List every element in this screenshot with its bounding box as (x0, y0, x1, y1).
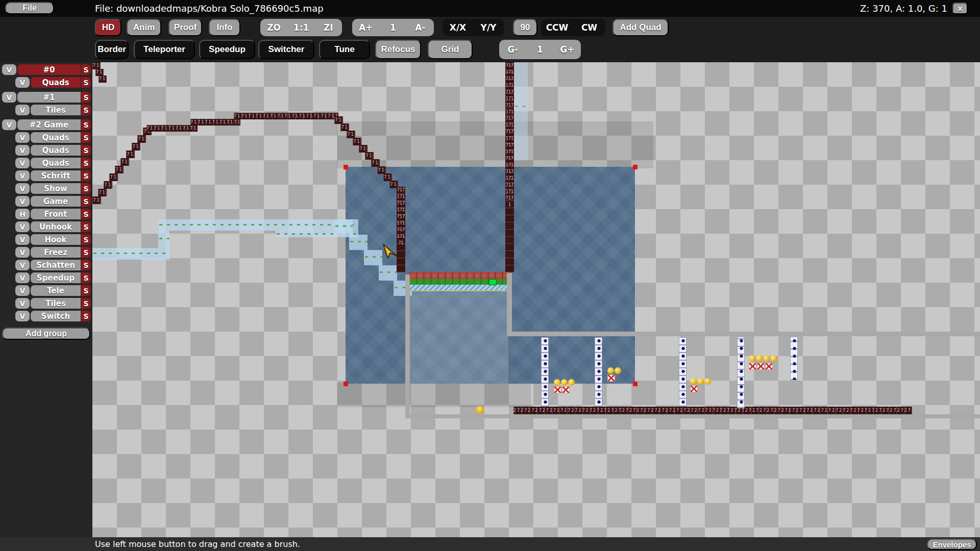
layer-label[interactable]: #2 Game (17, 119, 81, 130)
layer-label[interactable]: Show (31, 183, 81, 194)
visibility-toggle-button[interactable]: V (15, 247, 30, 258)
select-layer-button[interactable]: S (81, 221, 91, 232)
quad-corner-handle[interactable] (633, 382, 638, 386)
select-layer-button[interactable]: S (81, 272, 91, 283)
envelopes-button[interactable]: Envelopes (927, 539, 977, 550)
select-layer-button[interactable]: S (81, 183, 91, 194)
layer-label[interactable]: Switch (31, 311, 81, 321)
rotate-ccw-button[interactable]: CCW (541, 22, 573, 33)
select-layer-button[interactable]: S (81, 132, 91, 143)
zoom-out-button[interactable]: ZO (260, 22, 287, 33)
map-canvas[interactable]: 7171717171717171717171717171717171717171… (92, 62, 980, 537)
visibility-toggle-button[interactable]: V (15, 105, 30, 115)
rotate-cw-button[interactable]: CW (573, 22, 605, 33)
layer-row-quads[interactable]: VQuadsS (2, 132, 91, 143)
layer-label[interactable]: Quads (31, 132, 81, 143)
flip-x-button[interactable]: X/X (443, 22, 473, 33)
visibility-toggle-button[interactable]: V (15, 145, 30, 156)
select-layer-button[interactable]: S (81, 119, 91, 130)
flip-y-button[interactable]: Y/Y (473, 22, 504, 33)
layer-row-hook[interactable]: VHookS (2, 234, 91, 245)
layer-row-freez[interactable]: VFreezS (2, 247, 91, 258)
border-tool-button[interactable]: Border (95, 40, 129, 59)
select-layer-button[interactable]: S (81, 170, 91, 181)
refocus-button[interactable]: Refocus (375, 40, 421, 59)
layer-label[interactable]: Schrift (31, 170, 81, 181)
layer-label[interactable]: Front (31, 209, 81, 219)
visibility-toggle-button[interactable]: V (15, 196, 30, 207)
quad-corner-handle[interactable] (344, 382, 348, 386)
visibility-toggle-button[interactable]: V (2, 119, 16, 130)
anim-slower-button[interactable]: A- (407, 22, 434, 33)
layer-row-show[interactable]: VShowS (2, 183, 91, 194)
switcher-tool-button[interactable]: Switcher (258, 40, 314, 59)
proof-toggle-button[interactable]: Proof (168, 19, 202, 36)
visibility-toggle-button[interactable]: V (15, 234, 30, 245)
select-layer-button[interactable]: S (81, 234, 91, 245)
visibility-toggle-button[interactable]: V (15, 272, 30, 283)
file-menu-button[interactable]: File (5, 2, 54, 14)
select-layer-button[interactable]: S (81, 260, 91, 270)
hd-toggle-button[interactable]: HD (95, 19, 121, 36)
layer-label[interactable]: Tiles (31, 105, 81, 115)
visibility-toggle-button[interactable]: V (2, 92, 16, 103)
rotate-amount-button[interactable]: 90 (513, 19, 537, 36)
speedup-tool-button[interactable]: Speedup (199, 40, 255, 59)
layer-row-tele[interactable]: VTeleS (2, 285, 91, 296)
select-layer-button[interactable]: S (81, 209, 91, 219)
select-layer-button[interactable]: S (81, 247, 91, 258)
quad-corner-handle[interactable] (344, 165, 348, 169)
layer-row-schrift[interactable]: VSchriftS (2, 170, 91, 181)
visibility-toggle-button[interactable]: V (15, 311, 30, 321)
anim-toggle-button[interactable]: Anim (127, 19, 161, 36)
select-layer-button[interactable]: S (81, 77, 91, 88)
visibility-toggle-button[interactable]: V (15, 285, 30, 296)
layer-row-tiles[interactable]: VTilesS (2, 298, 91, 309)
select-layer-button[interactable]: S (81, 64, 91, 75)
layer-label[interactable]: Unhook (31, 221, 81, 232)
visibility-toggle-button[interactable]: V (2, 64, 16, 75)
layer-label[interactable]: #0 (17, 64, 81, 75)
select-layer-button[interactable]: S (81, 285, 91, 296)
visibility-toggle-button[interactable]: V (15, 260, 30, 270)
visibility-toggle-button[interactable]: V (15, 132, 30, 143)
layer-row-tiles[interactable]: VTilesS (2, 105, 91, 115)
layer-label[interactable]: Game (31, 196, 81, 207)
layer-row-quads[interactable]: VQuadsS (2, 158, 91, 168)
zoom-reset-button[interactable]: 1:1 (287, 22, 314, 33)
teleporter-tool-button[interactable]: Teleporter (134, 40, 195, 59)
select-layer-button[interactable]: S (81, 105, 91, 115)
anim-faster-button[interactable]: A+ (352, 22, 379, 33)
visibility-toggle-button[interactable]: H (15, 209, 30, 219)
visibility-toggle-button[interactable]: V (15, 158, 30, 168)
visibility-toggle-button[interactable]: V (15, 170, 30, 181)
layer-row-quads[interactable]: VQuadsS (2, 145, 91, 156)
layer-label[interactable]: Schatten (31, 260, 81, 270)
select-layer-button[interactable]: S (81, 145, 91, 156)
layer-row-game[interactable]: VGameS (2, 196, 91, 207)
select-layer-button[interactable]: S (81, 92, 91, 103)
layer-label[interactable]: Speedup (31, 272, 81, 283)
visibility-toggle-button[interactable]: V (15, 221, 30, 232)
layer-label[interactable]: #1 (17, 92, 81, 103)
layer-label[interactable]: Freez (31, 247, 81, 258)
grid-decrease-button[interactable]: G- (499, 44, 526, 55)
select-layer-button[interactable]: S (81, 298, 91, 309)
select-layer-button[interactable]: S (81, 311, 91, 321)
visibility-toggle-button[interactable]: V (15, 77, 30, 88)
info-toggle-button[interactable]: Info (209, 19, 240, 36)
visibility-toggle-button[interactable]: V (15, 183, 30, 194)
zoom-in-button[interactable]: ZI (315, 22, 342, 33)
select-layer-button[interactable]: S (81, 196, 91, 207)
close-icon[interactable]: ✕ (952, 3, 968, 14)
select-layer-button[interactable]: S (81, 158, 91, 168)
layer-row-quads[interactable]: VQuadsS (2, 77, 91, 88)
layer-row-speedup[interactable]: VSpeedupS (2, 272, 91, 283)
layer-row-front[interactable]: HFrontS (2, 209, 91, 219)
layer-group-row--1[interactable]: V#1S (2, 92, 91, 103)
grid-increase-button[interactable]: G+ (554, 44, 581, 55)
layer-row-switch[interactable]: VSwitchS (2, 311, 91, 321)
quad-corner-handle[interactable] (633, 165, 638, 169)
layer-group-row--0[interactable]: V#0S (2, 64, 91, 75)
layer-row-schatten[interactable]: VSchattenS (2, 260, 91, 270)
